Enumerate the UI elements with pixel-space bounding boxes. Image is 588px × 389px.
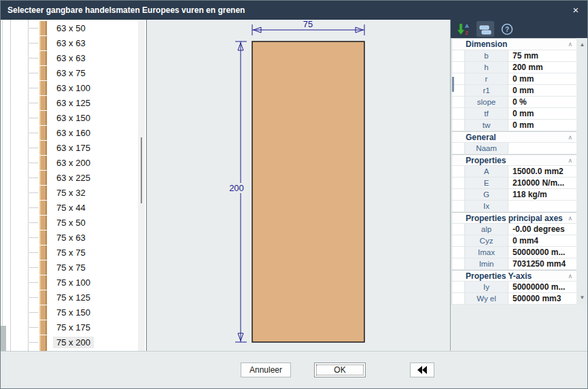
- property-value[interactable]: 200 mm: [508, 62, 576, 73]
- list-item[interactable]: 75 x 50: [1, 215, 137, 230]
- property-value[interactable]: [508, 201, 576, 212]
- list-item[interactable]: 63 x 63: [1, 50, 137, 65]
- section-header[interactable]: General∧: [451, 131, 576, 143]
- list-item[interactable]: 75 x 44: [1, 200, 137, 215]
- tree-connector: [28, 207, 38, 208]
- grid-left-scrollbar[interactable]: [451, 38, 452, 305]
- property-label: Cyz: [465, 235, 508, 246]
- tree-scrollbar[interactable]: [138, 20, 145, 351]
- property-value[interactable]: 210000 N/m...: [508, 177, 576, 188]
- properties-scrollbar[interactable]: ▲ ▼: [576, 38, 588, 305]
- tree-connector: [28, 177, 38, 178]
- cancel-button[interactable]: Annuleer: [241, 362, 291, 377]
- property-value[interactable]: 75 mm: [508, 50, 576, 61]
- list-item[interactable]: 75 x 75: [1, 245, 137, 260]
- list-item[interactable]: 75 x 32: [1, 185, 137, 200]
- list-item[interactable]: 63 x 50: [1, 20, 137, 35]
- scroll-up-icon[interactable]: ▲: [576, 39, 588, 50]
- group-by-category-button[interactable]: [477, 21, 494, 37]
- property-value[interactable]: 15000.0 mm2: [508, 166, 576, 177]
- row-gutter: [451, 247, 465, 258]
- property-value[interactable]: 0 mm4: [508, 235, 576, 246]
- property-value[interactable]: 0 %: [508, 97, 576, 107]
- property-value[interactable]: 7031250 mm4: [508, 258, 576, 269]
- list-item[interactable]: 63 x 125: [1, 95, 137, 110]
- close-icon[interactable]: ×: [570, 4, 582, 16]
- list-item[interactable]: 63 x 225: [1, 170, 137, 185]
- property-value[interactable]: 118 kg/m: [508, 189, 576, 200]
- list-item[interactable]: 63 x 160: [1, 125, 137, 140]
- list-item-label: 63 x 75: [53, 67, 89, 79]
- tree-connector: [28, 103, 38, 103]
- list-item[interactable]: 63 x 75: [1, 65, 137, 80]
- property-label: G: [465, 189, 508, 200]
- collapse-chevron-icon[interactable]: ∧: [568, 41, 572, 48]
- section-header[interactable]: Properties Y-axis∧: [451, 270, 576, 282]
- list-item[interactable]: 75 x 200: [1, 335, 137, 350]
- list-item[interactable]: 63 x 200: [1, 155, 137, 170]
- list-item[interactable]: 63 x 175: [1, 140, 137, 155]
- property-value[interactable]: -0.00 degrees: [508, 224, 576, 235]
- property-row: h200 mm: [451, 62, 576, 73]
- collapse-chevron-icon[interactable]: ∧: [568, 273, 572, 280]
- list-item[interactable]: 75 x 63: [1, 230, 137, 245]
- sort-az-icon: A Z: [457, 22, 470, 36]
- property-value[interactable]: 500000 mm3: [508, 293, 576, 304]
- list-item[interactable]: 63 x 150: [1, 110, 137, 125]
- timber-icon: [39, 246, 47, 260]
- timber-icon: [39, 126, 47, 140]
- grid-left-scrollbar-thumb[interactable]: [452, 77, 454, 92]
- property-value[interactable]: 0 mm: [508, 108, 576, 119]
- row-gutter: [451, 177, 465, 188]
- tree-scrollbar-thumb[interactable]: [141, 137, 142, 203]
- scroll-down-icon[interactable]: ▼: [576, 292, 588, 303]
- property-label: E: [465, 177, 508, 188]
- property-row: alp-0.00 degrees: [451, 224, 576, 235]
- list-item[interactable]: 75 x 125: [1, 290, 137, 305]
- property-value[interactable]: 0 mm: [508, 85, 576, 96]
- property-grid: Dimension∧b75 mmh200 mmr0 mmr10 mmslope0…: [451, 38, 576, 305]
- property-value[interactable]: 50000000 m...: [508, 282, 576, 292]
- list-item[interactable]: 75 x 100: [1, 275, 137, 290]
- height-dimension-label: 200: [229, 183, 244, 193]
- property-value[interactable]: 50000000 m...: [508, 247, 576, 258]
- list-item[interactable]: 75 x 75: [1, 260, 137, 275]
- collapse-chevron-icon[interactable]: ∧: [568, 215, 572, 222]
- property-label: tf: [465, 108, 508, 119]
- tree-connector: [28, 282, 38, 283]
- section-title: Properties Y-axis: [451, 271, 532, 281]
- help-button[interactable]: ?: [498, 21, 516, 37]
- property-row: slope0 %: [451, 97, 576, 108]
- list-item[interactable]: 75 x 175: [1, 320, 137, 335]
- property-value[interactable]: [508, 143, 576, 154]
- back-button[interactable]: [410, 362, 434, 377]
- property-row: G118 kg/m: [451, 189, 576, 201]
- title-bar[interactable]: Selecteer gangbare handelsmaten Europees…: [1, 1, 588, 20]
- section-header[interactable]: Dimension∧: [451, 39, 576, 50]
- row-gutter: [451, 166, 465, 177]
- list-item[interactable]: 63 x 63: [1, 35, 137, 50]
- timber-icon: [39, 156, 47, 170]
- section-header[interactable]: Properties∧: [451, 154, 576, 166]
- rewind-icon: [416, 365, 428, 375]
- collapse-chevron-icon[interactable]: ∧: [568, 134, 572, 141]
- list-item[interactable]: 63 x 100: [1, 80, 137, 95]
- section-title: Properties: [451, 156, 506, 165]
- properties-toolbar: A Z ?: [451, 20, 588, 38]
- property-value[interactable]: 0 mm: [508, 120, 576, 131]
- width-dimension-label: 75: [303, 20, 313, 29]
- ok-button[interactable]: OK: [314, 362, 366, 377]
- section-header[interactable]: Properties principal axes∧: [451, 212, 576, 224]
- list-item[interactable]: 75 x 150: [1, 305, 137, 320]
- tree-connector: [28, 163, 38, 163]
- dialog-window: Selecteer gangbare handelsmaten Europees…: [0, 0, 588, 389]
- sort-az-button[interactable]: A Z: [455, 21, 472, 37]
- row-gutter: [451, 108, 465, 119]
- property-value[interactable]: 0 mm: [508, 73, 576, 84]
- tree-scrollbar-thumb-left[interactable]: [1, 326, 6, 351]
- row-gutter: [451, 143, 465, 154]
- list-item-label: 75 x 50: [53, 217, 89, 229]
- row-gutter: [451, 293, 465, 304]
- tree-connector: [28, 28, 38, 29]
- collapse-chevron-icon[interactable]: ∧: [568, 157, 572, 164]
